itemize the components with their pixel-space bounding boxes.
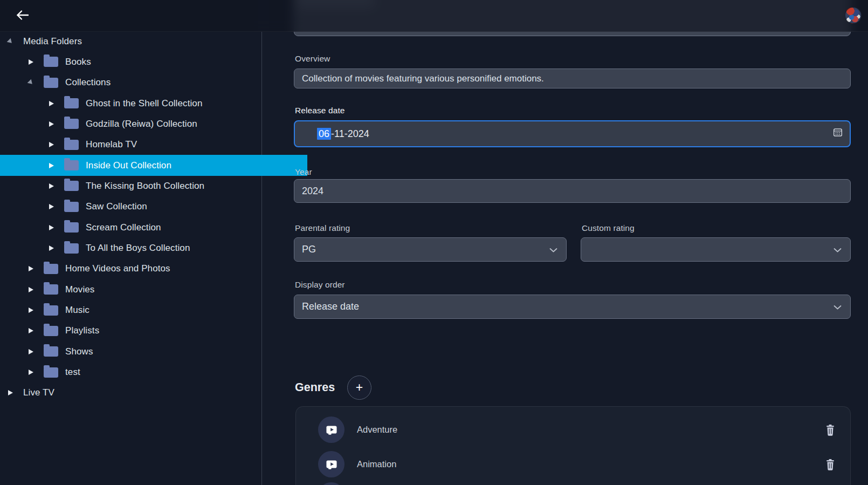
custom-rating-label: Custom rating xyxy=(582,223,635,233)
parental-rating-select[interactable]: PG xyxy=(294,237,567,262)
parental-rating-label: Parental rating xyxy=(295,223,350,233)
tree-item-home-videos-and-photos[interactable]: Home Videos and Photos xyxy=(0,258,287,279)
tree-item-to-all-the-boys-collection[interactable]: To All the Boys Collection xyxy=(0,238,307,259)
caret-collapsed-icon[interactable] xyxy=(46,101,57,106)
user-avatar-button[interactable] xyxy=(845,7,862,24)
tree-item-label: To All the Boys Collection xyxy=(86,243,190,254)
genres-list: AdventureAnimation xyxy=(295,406,851,485)
genre-avatar xyxy=(318,416,345,443)
tree-item-label: Movies xyxy=(65,284,94,295)
chevron-down-icon xyxy=(549,244,557,255)
tree-item-label: Home Videos and Photos xyxy=(65,263,170,274)
year-input[interactable]: 2024 xyxy=(294,179,851,203)
release-date-label: Release date xyxy=(295,106,345,115)
tree-item-collections[interactable]: Collections xyxy=(0,72,287,93)
overview-input[interactable]: Collection of movies featuring various p… xyxy=(294,69,851,88)
tree-item-label: The Kissing Booth Collection xyxy=(86,181,204,192)
tree-item-label: Saw Collection xyxy=(86,201,147,212)
tree-item-label: Ghost in the Shell Collection xyxy=(86,98,202,109)
tree-item-label: Media Folders xyxy=(23,36,82,47)
caret-collapsed-icon[interactable] xyxy=(46,142,57,147)
caret-collapsed-icon[interactable] xyxy=(5,390,16,395)
folder-icon xyxy=(64,243,79,254)
tree-item-label: Music xyxy=(65,305,89,316)
tree-item-movies[interactable]: Movies xyxy=(0,279,287,300)
folder-icon xyxy=(44,57,58,67)
caret-collapsed-icon[interactable] xyxy=(46,183,57,189)
year-value: 2024 xyxy=(302,186,323,197)
folder-icon xyxy=(44,326,58,336)
folder-icon xyxy=(64,119,79,129)
caret-collapsed-icon[interactable] xyxy=(25,59,36,65)
tree-item-inside-out-collection[interactable]: Inside Out Collection xyxy=(0,155,307,176)
caret-collapsed-icon[interactable] xyxy=(25,328,36,333)
folder-icon xyxy=(64,222,79,233)
tree-item-label: Live TV xyxy=(23,387,54,398)
overview-label: Overview xyxy=(295,54,330,64)
tree-item-ghost-in-the-shell-collection[interactable]: Ghost in the Shell Collection xyxy=(0,93,307,114)
genre-avatar-partial xyxy=(318,482,345,485)
tree-item-the-kissing-booth-collection[interactable]: The Kissing Booth Collection xyxy=(0,175,307,196)
folder-icon xyxy=(64,140,79,150)
tree-item-media-folders[interactable]: Media Folders xyxy=(0,31,266,52)
caret-expanded-icon[interactable] xyxy=(25,80,36,85)
add-genre-button[interactable]: + xyxy=(347,375,371,400)
caret-collapsed-icon[interactable] xyxy=(25,308,36,313)
display-order-value: Release date xyxy=(302,301,359,312)
tree-item-label: Playlists xyxy=(65,325,99,336)
tree-item-books[interactable]: Books xyxy=(0,51,287,72)
genre-item-label: Adventure xyxy=(357,416,397,443)
app-top-bar xyxy=(0,0,868,32)
tree-item-test[interactable]: test xyxy=(0,362,287,383)
folder-icon xyxy=(64,160,79,170)
folder-icon xyxy=(44,284,58,295)
tree-item-saw-collection[interactable]: Saw Collection xyxy=(0,196,307,217)
folder-icon xyxy=(64,98,79,108)
tree-item-label: Collections xyxy=(65,77,111,88)
video-icon xyxy=(325,423,339,437)
video-icon xyxy=(325,457,339,472)
caret-collapsed-icon[interactable] xyxy=(46,225,57,230)
folder-icon xyxy=(44,367,58,378)
genre-avatar xyxy=(318,451,345,477)
caret-collapsed-icon[interactable] xyxy=(25,370,36,375)
caret-collapsed-icon[interactable] xyxy=(46,163,57,168)
display-order-select[interactable]: Release date xyxy=(294,295,851,319)
delete-genre-button[interactable] xyxy=(825,424,835,436)
trash-icon xyxy=(825,459,835,470)
tree-item-label: Homelab TV xyxy=(86,139,137,150)
folder-icon xyxy=(44,78,58,88)
caret-collapsed-icon[interactable] xyxy=(25,287,36,292)
trash-icon xyxy=(825,424,835,436)
tree-item-homelab-tv[interactable]: Homelab TV xyxy=(0,134,307,155)
caret-collapsed-icon[interactable] xyxy=(46,204,57,209)
tree-item-live-tv[interactable]: Live TV xyxy=(0,382,266,404)
media-folder-tree: Media FoldersBooksCollectionsGhost in th… xyxy=(0,0,262,485)
tree-item-scream-collection[interactable]: Scream Collection xyxy=(0,217,307,238)
caret-collapsed-icon[interactable] xyxy=(25,349,36,354)
caret-collapsed-icon[interactable] xyxy=(25,266,36,271)
custom-rating-select[interactable] xyxy=(581,237,851,262)
folder-icon xyxy=(44,305,58,316)
folder-icon xyxy=(64,202,79,212)
release-date-input[interactable]: 06-11-2024 xyxy=(294,120,851,147)
folder-icon xyxy=(64,181,79,191)
caret-collapsed-icon[interactable] xyxy=(46,121,57,127)
delete-genre-button[interactable] xyxy=(825,459,835,470)
tree-item-label: test xyxy=(65,367,80,378)
folder-icon xyxy=(44,346,58,357)
metadata-editor: Overview Collection of movies featuring … xyxy=(262,0,868,485)
genres-heading: Genres xyxy=(295,381,335,394)
genre-item-label: Animation xyxy=(357,451,396,477)
calendar-icon[interactable] xyxy=(833,128,843,140)
tree-item-label: Scream Collection xyxy=(86,222,161,233)
tree-item-shows[interactable]: Shows xyxy=(0,341,287,362)
folder-icon xyxy=(44,264,58,274)
caret-expanded-icon[interactable] xyxy=(5,39,16,44)
chevron-down-icon xyxy=(833,301,842,312)
tree-item-playlists[interactable]: Playlists xyxy=(0,320,287,341)
tree-item-music[interactable]: Music xyxy=(0,300,287,321)
tree-item-godzilla-reiwa-collection[interactable]: Godzilla (Reiwa) Collection xyxy=(0,113,307,134)
back-button[interactable] xyxy=(14,8,30,23)
caret-collapsed-icon[interactable] xyxy=(46,245,57,251)
